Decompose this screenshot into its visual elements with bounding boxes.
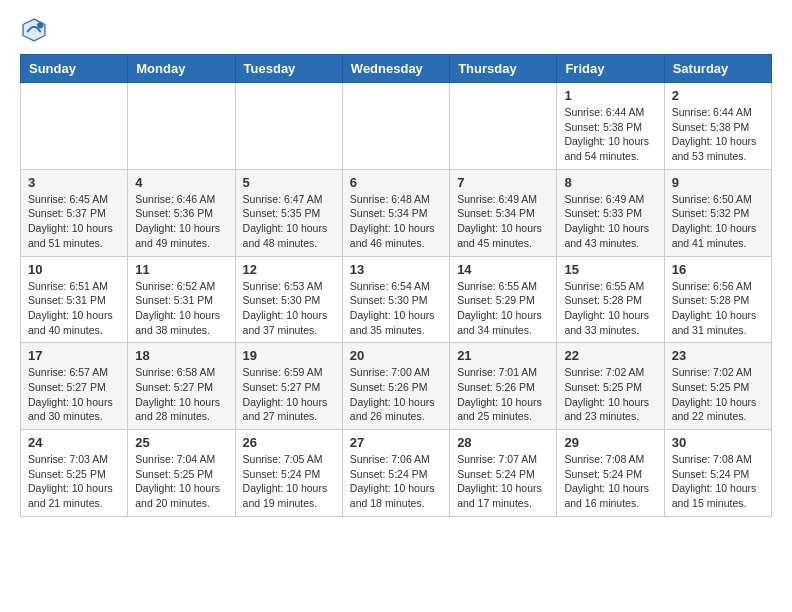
day-info: Sunrise: 7:02 AM Sunset: 5:25 PM Dayligh…	[564, 365, 656, 424]
weekday-header-monday: Monday	[128, 55, 235, 83]
day-info: Sunrise: 6:57 AM Sunset: 5:27 PM Dayligh…	[28, 365, 120, 424]
svg-point-2	[37, 22, 43, 28]
day-info: Sunrise: 6:48 AM Sunset: 5:34 PM Dayligh…	[350, 192, 442, 251]
logo-icon	[20, 16, 48, 44]
calendar-cell: 27Sunrise: 7:06 AM Sunset: 5:24 PM Dayli…	[342, 430, 449, 517]
calendar-cell	[235, 83, 342, 170]
calendar-cell: 28Sunrise: 7:07 AM Sunset: 5:24 PM Dayli…	[450, 430, 557, 517]
day-info: Sunrise: 7:07 AM Sunset: 5:24 PM Dayligh…	[457, 452, 549, 511]
day-number: 3	[28, 175, 120, 190]
header	[20, 16, 772, 44]
day-number: 30	[672, 435, 764, 450]
day-info: Sunrise: 6:53 AM Sunset: 5:30 PM Dayligh…	[243, 279, 335, 338]
day-info: Sunrise: 6:51 AM Sunset: 5:31 PM Dayligh…	[28, 279, 120, 338]
day-number: 27	[350, 435, 442, 450]
day-number: 11	[135, 262, 227, 277]
day-info: Sunrise: 7:05 AM Sunset: 5:24 PM Dayligh…	[243, 452, 335, 511]
day-info: Sunrise: 7:00 AM Sunset: 5:26 PM Dayligh…	[350, 365, 442, 424]
calendar-cell: 18Sunrise: 6:58 AM Sunset: 5:27 PM Dayli…	[128, 343, 235, 430]
week-row-3: 10Sunrise: 6:51 AM Sunset: 5:31 PM Dayli…	[21, 256, 772, 343]
week-row-2: 3Sunrise: 6:45 AM Sunset: 5:37 PM Daylig…	[21, 169, 772, 256]
weekday-header-saturday: Saturday	[664, 55, 771, 83]
day-number: 22	[564, 348, 656, 363]
calendar-cell: 16Sunrise: 6:56 AM Sunset: 5:28 PM Dayli…	[664, 256, 771, 343]
calendar-cell	[342, 83, 449, 170]
calendar-table: SundayMondayTuesdayWednesdayThursdayFrid…	[20, 54, 772, 517]
page: SundayMondayTuesdayWednesdayThursdayFrid…	[0, 0, 792, 533]
calendar-cell: 25Sunrise: 7:04 AM Sunset: 5:25 PM Dayli…	[128, 430, 235, 517]
calendar-cell: 19Sunrise: 6:59 AM Sunset: 5:27 PM Dayli…	[235, 343, 342, 430]
day-number: 13	[350, 262, 442, 277]
day-number: 7	[457, 175, 549, 190]
calendar-cell: 24Sunrise: 7:03 AM Sunset: 5:25 PM Dayli…	[21, 430, 128, 517]
day-number: 12	[243, 262, 335, 277]
day-number: 24	[28, 435, 120, 450]
day-info: Sunrise: 7:06 AM Sunset: 5:24 PM Dayligh…	[350, 452, 442, 511]
calendar-cell: 15Sunrise: 6:55 AM Sunset: 5:28 PM Dayli…	[557, 256, 664, 343]
day-number: 14	[457, 262, 549, 277]
day-number: 28	[457, 435, 549, 450]
day-info: Sunrise: 6:52 AM Sunset: 5:31 PM Dayligh…	[135, 279, 227, 338]
calendar-cell	[21, 83, 128, 170]
day-number: 18	[135, 348, 227, 363]
day-number: 10	[28, 262, 120, 277]
calendar-cell: 1Sunrise: 6:44 AM Sunset: 5:38 PM Daylig…	[557, 83, 664, 170]
day-info: Sunrise: 6:50 AM Sunset: 5:32 PM Dayligh…	[672, 192, 764, 251]
calendar-cell: 14Sunrise: 6:55 AM Sunset: 5:29 PM Dayli…	[450, 256, 557, 343]
calendar-cell: 26Sunrise: 7:05 AM Sunset: 5:24 PM Dayli…	[235, 430, 342, 517]
calendar-cell: 3Sunrise: 6:45 AM Sunset: 5:37 PM Daylig…	[21, 169, 128, 256]
day-number: 20	[350, 348, 442, 363]
day-number: 9	[672, 175, 764, 190]
day-number: 26	[243, 435, 335, 450]
calendar-cell: 6Sunrise: 6:48 AM Sunset: 5:34 PM Daylig…	[342, 169, 449, 256]
day-info: Sunrise: 6:44 AM Sunset: 5:38 PM Dayligh…	[672, 105, 764, 164]
day-number: 8	[564, 175, 656, 190]
day-info: Sunrise: 6:55 AM Sunset: 5:28 PM Dayligh…	[564, 279, 656, 338]
day-info: Sunrise: 6:54 AM Sunset: 5:30 PM Dayligh…	[350, 279, 442, 338]
weekday-header-friday: Friday	[557, 55, 664, 83]
week-row-1: 1Sunrise: 6:44 AM Sunset: 5:38 PM Daylig…	[21, 83, 772, 170]
calendar-cell: 17Sunrise: 6:57 AM Sunset: 5:27 PM Dayli…	[21, 343, 128, 430]
calendar-cell: 30Sunrise: 7:08 AM Sunset: 5:24 PM Dayli…	[664, 430, 771, 517]
calendar-cell: 9Sunrise: 6:50 AM Sunset: 5:32 PM Daylig…	[664, 169, 771, 256]
day-number: 4	[135, 175, 227, 190]
day-number: 29	[564, 435, 656, 450]
day-info: Sunrise: 6:49 AM Sunset: 5:33 PM Dayligh…	[564, 192, 656, 251]
calendar-cell: 5Sunrise: 6:47 AM Sunset: 5:35 PM Daylig…	[235, 169, 342, 256]
weekday-header-tuesday: Tuesday	[235, 55, 342, 83]
weekday-header-sunday: Sunday	[21, 55, 128, 83]
day-info: Sunrise: 7:08 AM Sunset: 5:24 PM Dayligh…	[672, 452, 764, 511]
day-info: Sunrise: 7:04 AM Sunset: 5:25 PM Dayligh…	[135, 452, 227, 511]
day-info: Sunrise: 7:03 AM Sunset: 5:25 PM Dayligh…	[28, 452, 120, 511]
calendar-cell: 23Sunrise: 7:02 AM Sunset: 5:25 PM Dayli…	[664, 343, 771, 430]
calendar-cell: 29Sunrise: 7:08 AM Sunset: 5:24 PM Dayli…	[557, 430, 664, 517]
day-info: Sunrise: 7:02 AM Sunset: 5:25 PM Dayligh…	[672, 365, 764, 424]
day-number: 21	[457, 348, 549, 363]
day-number: 1	[564, 88, 656, 103]
calendar-cell: 7Sunrise: 6:49 AM Sunset: 5:34 PM Daylig…	[450, 169, 557, 256]
calendar-cell: 13Sunrise: 6:54 AM Sunset: 5:30 PM Dayli…	[342, 256, 449, 343]
day-number: 23	[672, 348, 764, 363]
week-row-5: 24Sunrise: 7:03 AM Sunset: 5:25 PM Dayli…	[21, 430, 772, 517]
day-number: 2	[672, 88, 764, 103]
day-info: Sunrise: 6:47 AM Sunset: 5:35 PM Dayligh…	[243, 192, 335, 251]
calendar-cell	[450, 83, 557, 170]
day-info: Sunrise: 6:59 AM Sunset: 5:27 PM Dayligh…	[243, 365, 335, 424]
day-info: Sunrise: 6:44 AM Sunset: 5:38 PM Dayligh…	[564, 105, 656, 164]
weekday-header-wednesday: Wednesday	[342, 55, 449, 83]
weekday-header-row: SundayMondayTuesdayWednesdayThursdayFrid…	[21, 55, 772, 83]
day-info: Sunrise: 6:46 AM Sunset: 5:36 PM Dayligh…	[135, 192, 227, 251]
day-info: Sunrise: 6:45 AM Sunset: 5:37 PM Dayligh…	[28, 192, 120, 251]
weekday-header-thursday: Thursday	[450, 55, 557, 83]
day-number: 16	[672, 262, 764, 277]
day-info: Sunrise: 7:08 AM Sunset: 5:24 PM Dayligh…	[564, 452, 656, 511]
calendar-cell: 12Sunrise: 6:53 AM Sunset: 5:30 PM Dayli…	[235, 256, 342, 343]
day-number: 6	[350, 175, 442, 190]
day-info: Sunrise: 6:55 AM Sunset: 5:29 PM Dayligh…	[457, 279, 549, 338]
day-info: Sunrise: 7:01 AM Sunset: 5:26 PM Dayligh…	[457, 365, 549, 424]
calendar-cell: 21Sunrise: 7:01 AM Sunset: 5:26 PM Dayli…	[450, 343, 557, 430]
calendar-cell: 20Sunrise: 7:00 AM Sunset: 5:26 PM Dayli…	[342, 343, 449, 430]
svg-marker-0	[22, 18, 47, 43]
day-number: 19	[243, 348, 335, 363]
day-number: 25	[135, 435, 227, 450]
